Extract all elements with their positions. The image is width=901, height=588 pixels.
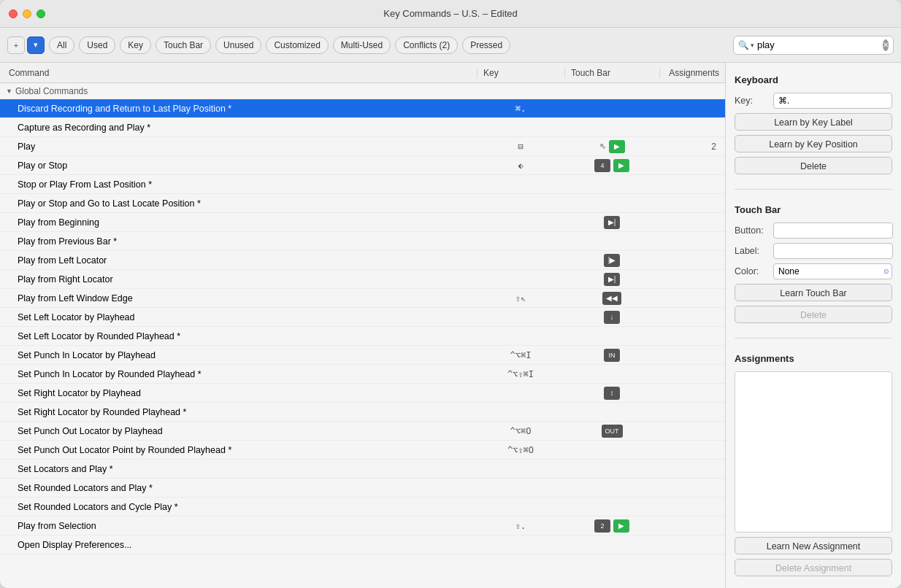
row-touchbar: ▶| <box>564 216 659 229</box>
table-row[interactable]: Set Rounded Locators and Play * <box>0 479 725 498</box>
table-row[interactable]: Set Right Locator by Playhead ↕ <box>0 384 725 403</box>
filter-key[interactable]: Key <box>120 36 151 54</box>
section-divider <box>735 189 892 190</box>
table-row[interactable]: Play from Selection ⇧. 2 ▶ <box>0 517 725 535</box>
table-row[interactable]: Open Display Preferences... <box>0 535 725 554</box>
filter-pressed[interactable]: Pressed <box>462 36 510 54</box>
row-touchbar: ▶| <box>564 273 659 286</box>
table-row[interactable]: Play from Beginning ▶| <box>0 213 725 232</box>
row-command: Set Punch Out Locator by Playhead <box>0 426 477 436</box>
filter-customized[interactable]: Customized <box>266 36 328 54</box>
button-field[interactable] <box>773 223 893 239</box>
plus-icon: + <box>14 41 18 50</box>
touchbar-badge: |▶ <box>604 254 620 267</box>
add-button[interactable]: + <box>7 36 25 54</box>
assignments-section-title: Assignments <box>735 353 892 364</box>
touchbar-badge: IN <box>604 349 620 362</box>
delete-assignment-button[interactable]: Delete Assignment <box>735 559 892 576</box>
filter-unused[interactable]: Unused <box>215 36 261 54</box>
table-row[interactable]: Set Punch In Locator by Rounded Playhead… <box>0 365 725 384</box>
learn-touchbar-button[interactable]: Learn Touch Bar <box>735 284 892 301</box>
row-touchbar: ↕ <box>564 387 659 400</box>
assignments-section: Assignments Learn New Assignment Delete … <box>735 353 892 576</box>
keyboard-section-title: Keyboard <box>735 74 892 85</box>
search-dropdown-icon[interactable]: ▾ <box>751 42 754 49</box>
row-key: ^⌥⇧⌘I <box>477 369 564 379</box>
table-row[interactable]: Set Rounded Locators and Cycle Play * <box>0 498 725 517</box>
table-row[interactable]: Play ⊟ ⇖ ▶ 2 <box>0 137 725 156</box>
table-row[interactable]: Set Locators and Play * <box>0 460 725 479</box>
color-select-wrapper: None ⊙ <box>773 263 892 279</box>
search-icon: 🔍 <box>738 40 749 50</box>
touchbar-delete-button[interactable]: Delete <box>735 306 892 323</box>
learn-by-position-button[interactable]: Learn by Key Position <box>735 135 892 152</box>
row-command: Set Right Locator by Playhead <box>0 388 477 398</box>
filter-conflicts[interactable]: Conflicts (2) <box>395 36 458 54</box>
row-touchbar: |▶ <box>564 254 659 267</box>
row-command: Play from Right Locator <box>0 274 477 285</box>
row-command: Play from Beginning <box>0 217 477 228</box>
table-row[interactable]: Play from Previous Bar * <box>0 232 725 251</box>
row-command: Play from Selection <box>0 521 477 531</box>
touchbar-badge: ▶| <box>604 216 620 229</box>
row-command: Set Locators and Play * <box>0 464 477 474</box>
row-touchbar: ⇖ ▶ <box>564 140 659 153</box>
color-select[interactable]: None <box>773 263 892 279</box>
maximize-button[interactable] <box>37 9 45 18</box>
table-row[interactable]: Play or Stop and Go to Last Locate Posit… <box>0 194 725 213</box>
minimize-button[interactable] <box>23 9 31 18</box>
color-label: Color: <box>735 266 767 276</box>
table-row[interactable]: Set Punch Out Locator by Playhead ^⌥⌘O O… <box>0 422 725 441</box>
touchbar-play-badge: ▶ <box>613 519 629 533</box>
filter-touchbar[interactable]: Touch Bar <box>156 36 211 54</box>
table-row[interactable]: Discard Recording and Return to Last Pla… <box>0 99 725 118</box>
row-command: Set Left Locator by Rounded Playhead * <box>0 331 477 341</box>
filter-used[interactable]: Used <box>79 36 115 54</box>
row-touchbar: OUT <box>564 425 659 438</box>
table-row[interactable]: Play from Left Locator |▶ <box>0 251 725 270</box>
table-row[interactable]: Play or Stop ⬖ 4 ▶ <box>0 156 725 175</box>
titlebar: Key Commands – U.S. – Edited <box>0 0 901 28</box>
learn-new-assignment-button[interactable]: Learn New Assignment <box>735 537 892 554</box>
row-command: Capture as Recording and Play * <box>0 123 477 133</box>
filter-multi-used[interactable]: Multi-Used <box>333 36 391 54</box>
table-row[interactable]: Capture as Recording and Play * <box>0 118 725 137</box>
filter-all[interactable]: All <box>49 36 74 54</box>
search-clear-button[interactable]: ✕ <box>883 39 889 51</box>
row-command: Play or Stop <box>0 160 477 171</box>
table-header: Command Key Touch Bar Assignments <box>0 63 725 83</box>
learn-by-label-button[interactable]: Learn by Key Label <box>735 113 892 131</box>
keyboard-delete-button[interactable]: Delete <box>735 157 892 174</box>
row-key: ⬖ <box>477 160 564 171</box>
row-key: ⊟ <box>477 142 564 152</box>
table-row[interactable]: Stop or Play From Last Position * <box>0 175 725 194</box>
window-title: Key Commands – U.S. – Edited <box>383 8 518 19</box>
table-row[interactable]: Set Right Locator by Rounded Playhead * <box>0 403 725 422</box>
row-command: Play from Left Locator <box>0 255 477 266</box>
group-label: Global Commands <box>15 86 88 96</box>
table-row[interactable]: Set Punch Out Locator Point by Rounded P… <box>0 441 725 460</box>
row-command: Play from Left Window Edge <box>0 293 477 303</box>
assignments-area <box>735 371 892 533</box>
group-header-global[interactable]: ▼ Global Commands <box>0 83 725 99</box>
button-label: Button: <box>735 225 767 236</box>
filter-dropdown-button[interactable]: ▾ <box>27 36 45 54</box>
row-key: ^⌥⌘O <box>477 426 564 436</box>
row-command: Set Punch In Locator by Playhead <box>0 350 477 360</box>
row-command: Stop or Play From Last Position * <box>0 179 477 190</box>
search-input[interactable] <box>757 39 880 50</box>
row-command: Set Punch In Locator by Rounded Playhead… <box>0 369 477 379</box>
table-row[interactable]: Set Left Locator by Playhead ↓ <box>0 308 725 327</box>
close-button[interactable] <box>9 9 18 18</box>
table-body: ▼ Global Commands Discard Recording and … <box>0 83 725 588</box>
touchbar-section: Touch Bar Button: Label: Color: None ⊙ <box>735 204 892 323</box>
row-key: ^⌥⌘I <box>477 350 564 360</box>
tb-label-field[interactable] <box>773 243 893 259</box>
table-row[interactable]: Play from Right Locator ▶| <box>0 270 725 289</box>
table-row[interactable]: Play from Left Window Edge ⇧⇖ ◀◀ <box>0 289 725 308</box>
row-touchbar: 4 ▶ <box>564 159 659 172</box>
table-row[interactable]: Set Left Locator by Rounded Playhead * <box>0 327 725 346</box>
row-touchbar: IN <box>564 349 659 362</box>
table-row[interactable]: Set Punch In Locator by Playhead ^⌥⌘I IN <box>0 346 725 365</box>
row-key: ^⌥⇧⌘O <box>477 445 564 455</box>
